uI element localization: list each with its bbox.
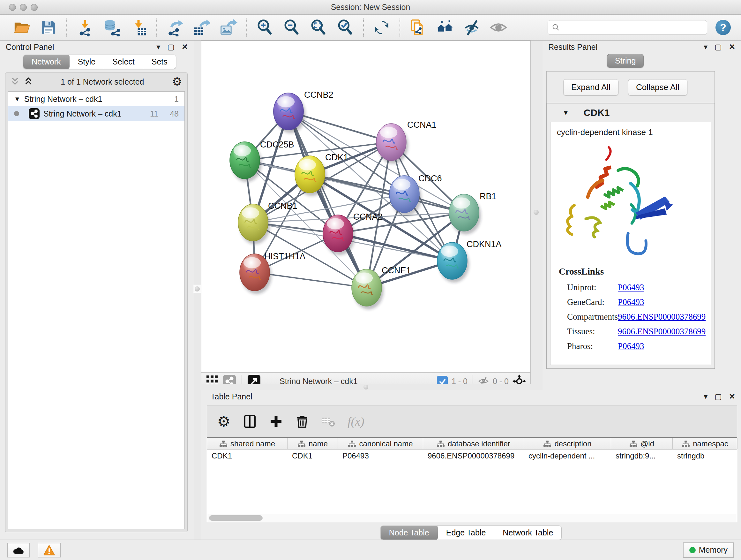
zoom-out-button[interactable] <box>282 18 301 37</box>
network-view[interactable]: CCNB2CCNA1CDC25BCDK1CDC6RB1CCNB1CCNA2CDK… <box>201 41 531 390</box>
network-node-ccna2[interactable] <box>323 215 355 255</box>
warnings-button[interactable] <box>38 543 61 557</box>
network-node-rb1[interactable] <box>449 194 481 234</box>
home-button[interactable] <box>435 18 454 37</box>
refresh-button[interactable] <box>373 18 391 37</box>
memory-button[interactable]: Memory <box>683 543 734 558</box>
crosslinks-heading: CrossLinks <box>559 266 711 277</box>
column-header-canonical-name[interactable]: canonical name <box>338 438 423 449</box>
memory-status-dot <box>689 547 696 553</box>
show-details-button[interactable] <box>489 18 508 37</box>
tab-network[interactable]: Network <box>23 55 70 69</box>
column-header-description[interactable]: description <box>524 438 611 449</box>
network-node-ccnb2[interactable] <box>273 93 306 133</box>
network-collection-row[interactable]: ▼String Network – cdk11 <box>8 91 185 106</box>
node-result-entry: ▼ CDK1 cyclin-dependent kinase 1 <box>546 103 715 369</box>
crosslink-link[interactable]: P06493 <box>618 297 644 307</box>
search-input[interactable] <box>562 23 703 32</box>
tab-network-table[interactable]: Network Table <box>494 526 561 540</box>
network-node-ccne1[interactable] <box>352 269 384 309</box>
column-header-namespac[interactable]: namespac <box>673 438 738 449</box>
panel-close-icon[interactable]: ✕ <box>729 393 735 400</box>
network-node-ccnb1[interactable] <box>238 204 270 244</box>
export-table-button[interactable] <box>192 18 211 37</box>
collapse-all-networks-icon[interactable] <box>10 77 19 87</box>
column-header-shared-name[interactable]: shared name <box>207 438 287 449</box>
show-columns-icon[interactable] <box>243 415 257 428</box>
control-panel: Control Panel ▾ ▢ ✕ NetworkStyleSelectSe… <box>0 41 194 540</box>
table-cell: CDK1 <box>287 449 338 462</box>
right-splitter-handle[interactable] <box>532 208 540 216</box>
crosslink-link[interactable]: P06493 <box>618 341 644 351</box>
tab-node-table[interactable]: Node Table <box>381 525 438 540</box>
network-node-cdc6[interactable] <box>389 176 421 216</box>
close-window-button[interactable] <box>9 4 16 11</box>
crosslink-row: Uniprot:P06493 <box>559 280 711 295</box>
maximize-window-button[interactable] <box>30 4 38 11</box>
network-node-cdkn1a[interactable] <box>437 242 469 283</box>
panel-close-icon[interactable]: ✕ <box>729 43 735 51</box>
collection-expander-icon[interactable]: ▼ <box>14 96 20 103</box>
import-database-button[interactable] <box>103 18 121 37</box>
table-horizontal-scrollbar[interactable] <box>207 514 737 522</box>
network-status-dot <box>14 111 19 116</box>
column-header--id[interactable]: @id <box>611 438 673 449</box>
panel-menu-icon[interactable]: ▾ <box>704 43 708 51</box>
zoom-in-button[interactable] <box>256 18 274 37</box>
panel-float-icon[interactable]: ▢ <box>167 43 175 51</box>
save-session-button[interactable] <box>39 18 58 37</box>
export-network-button[interactable] <box>165 18 184 37</box>
node-table[interactable]: shared namenamecanonical namedatabase id… <box>207 437 737 522</box>
clear-table-icon[interactable] <box>321 415 335 428</box>
panel-float-icon[interactable]: ▢ <box>715 393 722 400</box>
left-splitter-handle[interactable] <box>193 285 201 293</box>
import-network-button[interactable] <box>76 18 94 37</box>
network-node-ccna1[interactable] <box>376 124 408 164</box>
network-edge[interactable] <box>288 111 367 288</box>
network-row[interactable]: String Network – cdk11148 <box>8 106 185 121</box>
tab-select[interactable]: Select <box>104 55 143 69</box>
delete-column-trash-icon[interactable] <box>295 415 309 428</box>
crosslink-link[interactable]: 9606.ENSP00000378699 <box>618 327 705 336</box>
network-options-gear-icon[interactable]: ⚙ <box>172 76 182 87</box>
node-entry-header[interactable]: ▼ CDK1 <box>547 104 715 122</box>
tab-string[interactable]: String <box>607 54 644 68</box>
expand-all-networks-icon[interactable] <box>24 77 33 87</box>
column-header-name[interactable]: name <box>287 438 338 449</box>
function-builder-icon[interactable]: f(x) <box>347 415 364 428</box>
column-header-database-identifier[interactable]: database identifier <box>423 438 524 449</box>
tab-edge-table[interactable]: Edge Table <box>438 526 495 540</box>
tab-sets[interactable]: Sets <box>143 55 176 69</box>
help-button[interactable]: ? <box>716 20 731 35</box>
table-options-gear-icon[interactable]: ⚙ <box>217 415 231 428</box>
node-label-cdc6: CDC6 <box>418 174 442 183</box>
cloud-status-button[interactable] <box>7 543 30 557</box>
crosslink-link[interactable]: P06493 <box>618 283 644 293</box>
panel-close-icon[interactable]: ✕ <box>182 43 188 51</box>
zoom-selected-icon <box>336 18 354 37</box>
horizontal-splitter[interactable] <box>201 384 531 390</box>
import-table-button[interactable] <box>129 18 148 37</box>
collapse-entry-icon[interactable]: ▼ <box>562 109 569 117</box>
panel-float-icon[interactable]: ▢ <box>715 43 722 51</box>
search-box[interactable] <box>548 20 707 35</box>
minimize-window-button[interactable] <box>20 4 27 11</box>
collapse-all-button[interactable]: Collapse All <box>628 79 687 96</box>
zoom-fit-button[interactable] <box>309 18 328 37</box>
panel-menu-icon[interactable]: ▾ <box>156 43 160 51</box>
hide-annotations-button[interactable] <box>462 18 481 37</box>
panel-menu-icon[interactable]: ▾ <box>704 393 708 400</box>
expand-all-button[interactable]: Expand All <box>563 79 618 96</box>
export-image-button[interactable] <box>219 18 238 37</box>
open-session-button[interactable] <box>12 18 31 37</box>
table-row[interactable]: CDK1CDK1P064939606.ENSP00000378699cyclin… <box>207 449 737 462</box>
zoom-selected-button[interactable] <box>336 18 354 37</box>
tab-style[interactable]: Style <box>70 55 105 69</box>
clone-network-button[interactable] <box>409 18 427 37</box>
network-node-cdk1[interactable] <box>295 156 327 196</box>
network-canvas[interactable]: CCNB2CCNA1CDC25BCDK1CDC6RB1CCNB1CCNA2CDK… <box>201 41 530 366</box>
left-splitter[interactable] <box>194 41 201 540</box>
crosslink-link[interactable]: 9606.ENSP00000378699 <box>618 312 705 322</box>
add-column-icon[interactable] <box>269 415 283 428</box>
right-splitter[interactable] <box>531 41 542 390</box>
